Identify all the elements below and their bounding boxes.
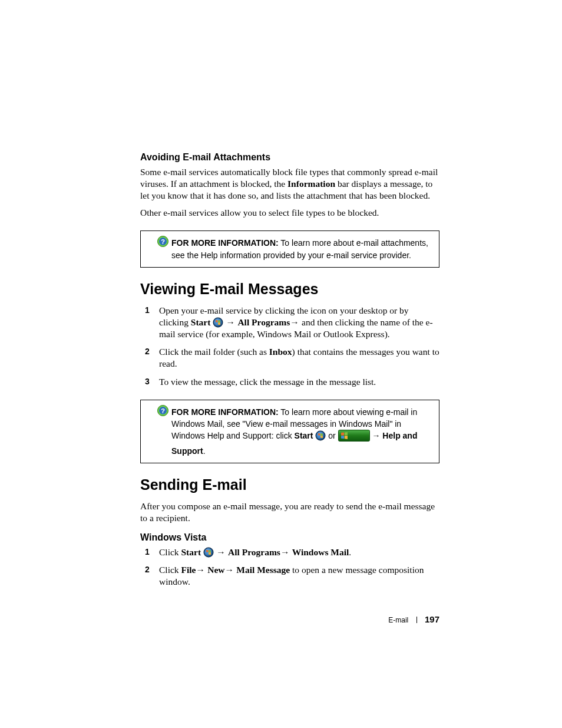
text: . xyxy=(349,547,351,557)
steps-list: 1 Click Start → All Programs→ Windows Ma… xyxy=(140,546,439,588)
step-item: 3 To view the message, click the message… xyxy=(140,376,439,388)
footer-separator xyxy=(416,617,417,623)
text-bold-all-programs: All Programs xyxy=(237,317,290,327)
text: . xyxy=(203,446,206,456)
step-number: 2 xyxy=(145,564,150,575)
subheading-avoiding-attachments: Avoiding E-mail Attachments xyxy=(140,152,439,163)
heading-viewing-email: Viewing E-mail Messages xyxy=(140,281,439,298)
text-bold-file: File xyxy=(181,565,196,575)
text: Click xyxy=(159,547,181,557)
svg-text:?: ? xyxy=(161,407,165,414)
step-number: 3 xyxy=(145,376,150,387)
arrow-icon: → xyxy=(196,565,207,575)
text-bold-windows-mail: Windows Mail xyxy=(292,547,349,557)
step-item: 2 Click File→ New→ Mail Message to open … xyxy=(140,564,439,588)
svg-point-4 xyxy=(214,318,222,327)
paragraph: Some e-mail services automatically block… xyxy=(140,166,439,201)
svg-point-12 xyxy=(204,548,213,556)
info-label: FOR MORE INFORMATION: xyxy=(171,407,279,417)
text-bold-mail-message: Mail Message xyxy=(236,565,290,575)
start-orb-icon xyxy=(315,430,326,441)
info-box: ? FOR MORE INFORMATION: To learn more ab… xyxy=(140,400,439,463)
text: Click the mail folder (such as xyxy=(159,347,269,357)
info-question-icon: ? xyxy=(157,405,168,416)
text-bold-all-programs: All Programs xyxy=(228,547,280,557)
step-item: 1 Open your e-mail service by clicking t… xyxy=(140,305,439,340)
step-number: 1 xyxy=(145,546,150,557)
start-orb-icon xyxy=(213,317,223,328)
paragraph: After you compose an e-mail message, you… xyxy=(140,500,439,524)
info-label: FOR MORE INFORMATION: xyxy=(171,238,279,248)
text-or: or xyxy=(326,431,338,440)
text-bold-start: Start xyxy=(181,547,201,557)
svg-text:?: ? xyxy=(161,238,165,245)
arrow-icon: → xyxy=(280,547,292,557)
text-bold-start: Start xyxy=(295,431,313,440)
text-bold-inbox: Inbox xyxy=(269,347,292,357)
paragraph: Other e-mail services allow you to selec… xyxy=(140,207,439,219)
svg-point-9 xyxy=(316,431,325,440)
footer-section-label: E-mail xyxy=(388,616,408,624)
text: Click xyxy=(159,565,181,575)
heading-sending-email: Sending E-mail xyxy=(140,476,439,493)
step-item: 2 Click the mail folder (such as Inbox) … xyxy=(140,346,439,370)
step-item: 1 Click Start → All Programs→ Windows Ma… xyxy=(140,546,439,558)
page-footer: E-mail 197 xyxy=(140,614,439,624)
info-box: ? FOR MORE INFORMATION: To learn more ab… xyxy=(140,230,439,268)
arrow-icon: → xyxy=(290,317,302,327)
info-question-icon: ? xyxy=(157,236,168,247)
arrow-icon: → xyxy=(223,317,237,327)
text-bold-new: New xyxy=(207,565,224,575)
arrow-icon: → xyxy=(214,547,228,557)
arrow-icon: → xyxy=(370,431,383,440)
text-bold-information: Information xyxy=(287,179,335,189)
start-orb-icon xyxy=(203,547,214,558)
svg-rect-10 xyxy=(338,430,369,442)
text: To view the message, click the message i… xyxy=(159,377,376,387)
text-bold-start: Start xyxy=(191,317,211,327)
page-number: 197 xyxy=(425,614,439,624)
step-number: 2 xyxy=(145,346,150,357)
arrow-icon: → xyxy=(225,565,237,575)
vista-start-button-icon xyxy=(338,430,370,444)
step-number: 1 xyxy=(145,305,150,315)
subheading-windows-vista: Windows Vista xyxy=(140,532,439,543)
steps-list: 1 Open your e-mail service by clicking t… xyxy=(140,305,439,388)
